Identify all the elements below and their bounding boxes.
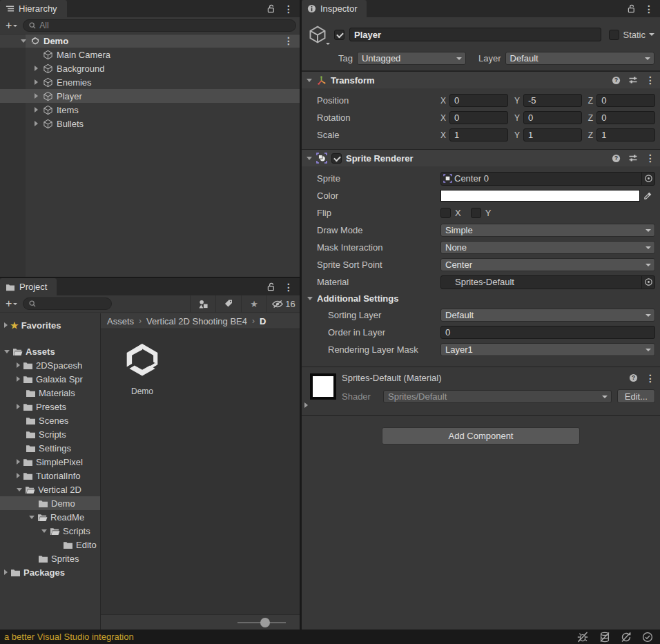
- static-checkbox[interactable]: [609, 30, 619, 40]
- hierarchy-item-items[interactable]: Items: [0, 103, 300, 117]
- tree-item-readme[interactable]: ReadMe: [0, 510, 100, 524]
- order-in-layer-field[interactable]: 0: [440, 326, 655, 339]
- active-checkbox[interactable]: [334, 30, 344, 40]
- tree-item[interactable]: Scenes: [0, 413, 100, 427]
- tree-item-packages[interactable]: Packages: [0, 565, 100, 579]
- flip-y-checkbox[interactable]: [471, 208, 481, 218]
- foldout-open-icon[interactable]: [307, 79, 312, 82]
- tree-item-demo[interactable]: Demo: [0, 496, 100, 510]
- gameobject-icon[interactable]: [306, 23, 329, 46]
- hidden-packages-button[interactable]: 16: [266, 295, 300, 313]
- foldout-closed-icon[interactable]: [17, 362, 20, 368]
- foldout-closed-icon[interactable]: [35, 66, 38, 71]
- gameobject-name-field[interactable]: Player: [349, 28, 601, 41]
- color-swatch[interactable]: [440, 190, 640, 202]
- tree-item-editor[interactable]: Edito: [0, 538, 100, 552]
- tree-item-sprites[interactable]: Sprites: [0, 552, 100, 565]
- object-picker-icon[interactable]: [641, 276, 654, 289]
- tree-item[interactable]: TutorialInfo: [0, 469, 100, 482]
- scene-row-demo[interactable]: Demo ⋮: [0, 35, 300, 48]
- console-status-message[interactable]: a better Visual Studio integration: [4, 632, 134, 642]
- lock-icon[interactable]: [628, 4, 636, 13]
- hierarchy-item-player[interactable]: Player: [0, 89, 300, 103]
- tree-item[interactable]: 2DSpacesh: [0, 358, 100, 372]
- debugger-disabled-icon[interactable]: [576, 632, 589, 643]
- hierarchy-item-bullets[interactable]: Bullets: [0, 117, 300, 130]
- search-by-type-button[interactable]: [190, 295, 215, 313]
- kebab-menu-icon[interactable]: ⋮: [646, 373, 655, 383]
- draw-mode-dropdown[interactable]: Simple: [440, 224, 655, 237]
- tree-item-assets[interactable]: Assets: [0, 344, 100, 358]
- mask-interaction-dropdown[interactable]: None: [440, 241, 655, 254]
- flip-x-checkbox[interactable]: [440, 208, 451, 218]
- tree-item[interactable]: Scripts: [0, 427, 100, 441]
- favorites-filter-button[interactable]: ★: [241, 295, 266, 313]
- breadcrumb-folder[interactable]: Vertical 2D Shooting BE4: [146, 316, 247, 326]
- tree-item-favorites[interactable]: ★ Favorites: [0, 318, 100, 332]
- tree-item[interactable]: Materials: [0, 386, 100, 400]
- breadcrumb-current[interactable]: D: [260, 316, 266, 326]
- kebab-menu-icon[interactable]: ⋮: [646, 75, 655, 85]
- foldout-open-icon[interactable]: [4, 350, 10, 353]
- static-dropdown-icon[interactable]: [649, 33, 654, 36]
- foldout-closed-icon[interactable]: [4, 322, 8, 328]
- asset-item-demo[interactable]: Demo: [115, 340, 170, 396]
- foldout-closed-icon[interactable]: [35, 121, 38, 126]
- cache-server-disconnected-icon[interactable]: [599, 632, 610, 643]
- project-search-input[interactable]: [23, 297, 112, 310]
- position-y-field[interactable]: -5: [523, 94, 582, 107]
- hierarchy-create-button[interactable]: +: [3, 19, 19, 32]
- kebab-menu-icon[interactable]: ⋮: [284, 4, 293, 14]
- tab-hierarchy[interactable]: Hierarchy: [0, 0, 67, 17]
- hierarchy-item-main-camera[interactable]: Main Camera: [0, 48, 300, 61]
- foldout-open-icon[interactable]: [307, 157, 312, 160]
- tree-item[interactable]: Settings: [0, 441, 100, 455]
- tree-item[interactable]: Presets: [0, 400, 100, 413]
- foldout-open-icon[interactable]: [29, 516, 35, 519]
- rotation-x-field[interactable]: 0: [449, 111, 508, 124]
- layer-dropdown[interactable]: Default: [505, 52, 655, 65]
- foldout-closed-icon[interactable]: [4, 569, 8, 575]
- eyedropper-icon[interactable]: [640, 189, 655, 202]
- tab-inspector[interactable]: Inspector: [302, 0, 367, 17]
- add-component-button[interactable]: Add Component: [382, 427, 580, 445]
- rotation-z-field[interactable]: 0: [596, 111, 655, 124]
- foldout-closed-icon[interactable]: [35, 107, 38, 113]
- tree-item[interactable]: SimplePixel: [0, 455, 100, 469]
- presets-icon[interactable]: [628, 153, 638, 163]
- sprite-sort-point-dropdown[interactable]: Center: [440, 258, 655, 271]
- tab-project[interactable]: Project: [0, 278, 57, 295]
- tag-dropdown[interactable]: Untagged: [357, 52, 466, 65]
- tree-item-vertical-2d[interactable]: Vertical 2D: [0, 482, 100, 496]
- component-enabled-checkbox[interactable]: [331, 153, 342, 164]
- transform-header[interactable]: Transform ⋮: [302, 71, 660, 88]
- rotation-y-field[interactable]: 0: [523, 111, 582, 124]
- breadcrumb-assets[interactable]: Assets: [107, 316, 134, 326]
- help-icon[interactable]: [612, 76, 621, 85]
- help-icon[interactable]: [629, 373, 638, 382]
- hierarchy-search-input[interactable]: All: [23, 19, 296, 32]
- foldout-open-icon[interactable]: [21, 39, 26, 43]
- foldout-closed-icon[interactable]: [17, 404, 20, 409]
- scale-y-field[interactable]: 1: [523, 128, 582, 142]
- tree-item[interactable]: Galaxia Spr: [0, 372, 100, 386]
- foldout-closed-icon[interactable]: [35, 79, 38, 85]
- hierarchy-item-background[interactable]: Background: [0, 61, 300, 75]
- sprite-renderer-header[interactable]: Sprite Renderer ⋮: [302, 149, 660, 166]
- auto-refresh-disabled-icon[interactable]: [621, 632, 632, 643]
- material-preview-thumbnail[interactable]: [310, 373, 336, 400]
- scene-kebab-icon[interactable]: ⋮: [284, 36, 293, 46]
- foldout-closed-icon[interactable]: [17, 473, 20, 478]
- search-by-label-button[interactable]: [215, 295, 241, 313]
- sorting-layer-dropdown[interactable]: Default: [440, 309, 655, 322]
- presets-icon[interactable]: [628, 75, 638, 85]
- object-picker-icon[interactable]: [641, 173, 654, 185]
- hierarchy-item-enemies[interactable]: Enemies: [0, 75, 300, 89]
- material-preview-foldout-icon[interactable]: [304, 402, 308, 408]
- lock-icon[interactable]: [267, 282, 275, 291]
- position-z-field[interactable]: 0: [596, 94, 655, 107]
- tree-item-scripts-sub[interactable]: Scripts: [0, 524, 100, 538]
- foldout-closed-icon[interactable]: [35, 93, 38, 99]
- kebab-menu-icon[interactable]: ⋮: [646, 153, 655, 163]
- lock-icon[interactable]: [267, 4, 275, 13]
